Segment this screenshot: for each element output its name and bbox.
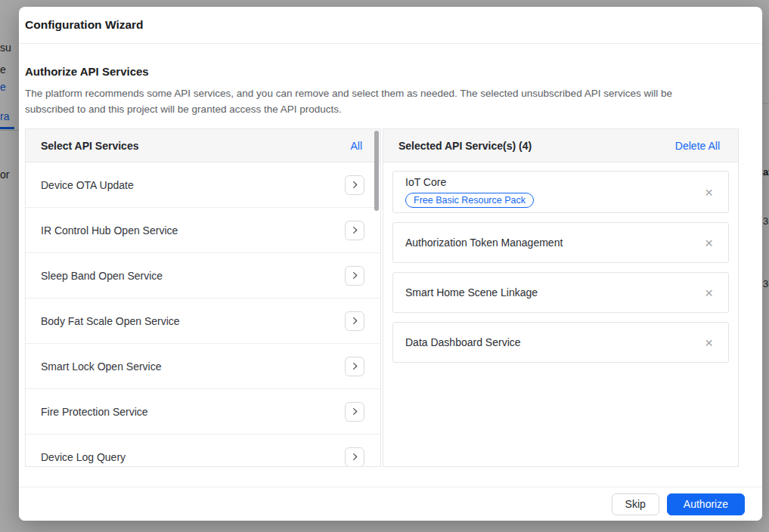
- available-services-list: Device OTA UpdateIR Control Hub Open Ser…: [26, 162, 380, 466]
- chevron-right-icon: [351, 453, 359, 461]
- skip-button[interactable]: Skip: [612, 493, 659, 515]
- dialog-header: Configuration Wizard: [19, 7, 762, 44]
- selected-panel-title: Selected API Service(s) (4): [398, 140, 532, 152]
- available-service-row: Device OTA Update: [26, 162, 380, 208]
- chevron-right-icon: [351, 271, 359, 280]
- remove-service-icon[interactable]: ×: [705, 336, 713, 350]
- available-service-row: Smart Lock Open Service: [26, 344, 380, 389]
- service-name: Data Dashboard Service: [405, 336, 521, 348]
- description-line: subscribed to and this project will be g…: [25, 101, 756, 117]
- selected-service-info: IoT CoreFree Basic Resource Pack: [405, 176, 534, 208]
- selected-service-card: IoT CoreFree Basic Resource Pack×: [392, 171, 729, 213]
- selected-api-services-panel: Selected API Service(s) (4) Delete All I…: [383, 128, 739, 467]
- resource-pack-badge: Free Basic Resource Pack: [405, 193, 534, 208]
- section-title: Authorize API Services: [25, 65, 756, 78]
- add-service-button[interactable]: [345, 357, 364, 376]
- select-panel-header: Select API Services All: [26, 129, 380, 162]
- chevron-right-icon: [351, 362, 359, 370]
- remove-service-icon[interactable]: ×: [705, 236, 713, 250]
- select-all-link[interactable]: All: [350, 140, 362, 152]
- select-panel-title: Select API Services: [41, 140, 138, 152]
- service-name: Device Log Query: [41, 451, 126, 463]
- service-name: Smart Lock Open Service: [41, 360, 162, 373]
- service-name: Authorization Token Management: [405, 237, 563, 249]
- chevron-right-icon: [351, 226, 359, 234]
- add-service-button[interactable]: [345, 311, 364, 331]
- add-service-button[interactable]: [345, 175, 364, 195]
- selected-service-info: Smart Home Scene Linkage: [405, 286, 538, 298]
- selected-service-card: Smart Home Scene Linkage×: [392, 272, 729, 313]
- remove-service-icon[interactable]: ×: [705, 185, 713, 200]
- add-service-button[interactable]: [345, 266, 364, 286]
- selected-service-info: Authorization Token Management: [405, 237, 563, 249]
- available-service-row: Body Fat Scale Open Service: [26, 298, 380, 344]
- available-service-row: Device Log Query: [26, 435, 380, 466]
- service-name: Sleep Band Open Service: [41, 270, 163, 282]
- chevron-right-icon: [351, 181, 359, 189]
- dialog-footer: Skip Authorize: [19, 487, 762, 521]
- configuration-wizard-dialog: Configuration Wizard Authorize API Servi…: [19, 7, 762, 521]
- add-service-button[interactable]: [345, 402, 364, 422]
- service-name: Device OTA Update: [41, 179, 134, 191]
- selected-service-info: Data Dashboard Service: [405, 336, 521, 348]
- service-name: Smart Home Scene Linkage: [405, 286, 538, 298]
- section-description: The platform recommends some API service…: [25, 85, 756, 117]
- available-service-row: Fire Protection Service: [26, 389, 380, 435]
- chevron-right-icon: [351, 317, 359, 325]
- service-name: IR Control Hub Open Service: [41, 224, 178, 237]
- delete-all-link[interactable]: Delete All: [675, 140, 720, 152]
- available-service-row: Sleep Band Open Service: [26, 253, 380, 298]
- add-service-button[interactable]: [345, 221, 364, 240]
- remove-service-icon[interactable]: ×: [705, 286, 713, 300]
- selected-service-card: Authorization Token Management×: [392, 222, 729, 263]
- dialog-title: Configuration Wizard: [25, 18, 144, 32]
- service-name: IoT Core: [405, 176, 534, 188]
- service-name: Body Fat Scale Open Service: [41, 315, 180, 327]
- scrollbar-thumb[interactable]: [374, 131, 379, 211]
- selected-service-card: Data Dashboard Service×: [392, 322, 729, 363]
- dialog-body: Authorize API Services The platform reco…: [19, 44, 762, 467]
- service-name: Fire Protection Service: [41, 406, 148, 418]
- authorize-button[interactable]: Authorize: [667, 493, 745, 515]
- selected-panel-header: Selected API Service(s) (4) Delete All: [383, 129, 738, 162]
- screen: su e e ra or at 3- 3- Configuration Wiza…: [0, 0, 769, 532]
- transfer-panels: Select API Services All Device OTA Updat…: [25, 128, 739, 467]
- description-line: The platform recommends some API service…: [25, 85, 756, 101]
- add-service-button[interactable]: [345, 447, 364, 467]
- chevron-right-icon: [351, 407, 359, 416]
- select-api-services-panel: Select API Services All Device OTA Updat…: [25, 128, 381, 467]
- selected-services-list: IoT CoreFree Basic Resource Pack×Authori…: [383, 162, 738, 466]
- available-service-row: IR Control Hub Open Service: [26, 208, 380, 253]
